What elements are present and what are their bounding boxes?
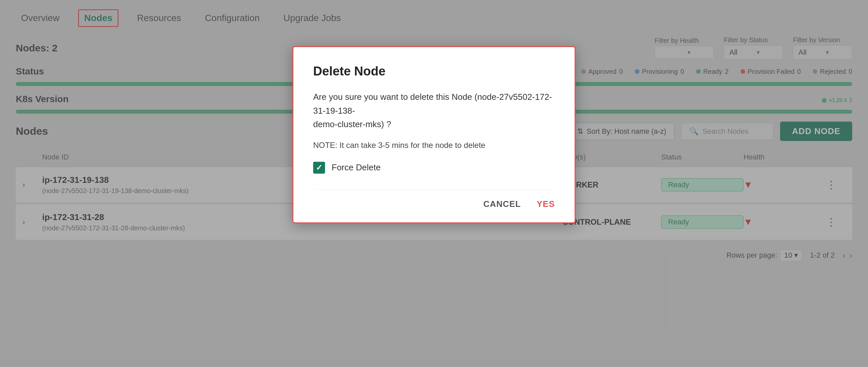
yes-button[interactable]: YES xyxy=(537,199,555,209)
modal-title: Delete Node xyxy=(313,64,555,79)
delete-node-modal: Delete Node Are you sure you want to del… xyxy=(292,46,576,223)
modal-overlay: Delete Node Are you sure you want to del… xyxy=(0,0,868,367)
modal-body-line2: demo-cluster-mks) ? xyxy=(313,119,391,129)
force-delete-checkbox[interactable] xyxy=(313,162,325,174)
modal-body: Are you sure you want to delete this Nod… xyxy=(313,90,555,131)
modal-body-line1: Are you sure you want to delete this Nod… xyxy=(313,92,552,116)
modal-note: NOTE: It can take 3-5 mins for the node … xyxy=(313,141,555,150)
page-wrapper: Overview Nodes Resources Configuration U… xyxy=(0,0,868,367)
modal-actions: CANCEL YES xyxy=(313,189,555,209)
cancel-button[interactable]: CANCEL xyxy=(484,199,521,209)
force-delete-row: Force Delete xyxy=(313,162,555,174)
force-delete-label: Force Delete xyxy=(332,162,381,173)
